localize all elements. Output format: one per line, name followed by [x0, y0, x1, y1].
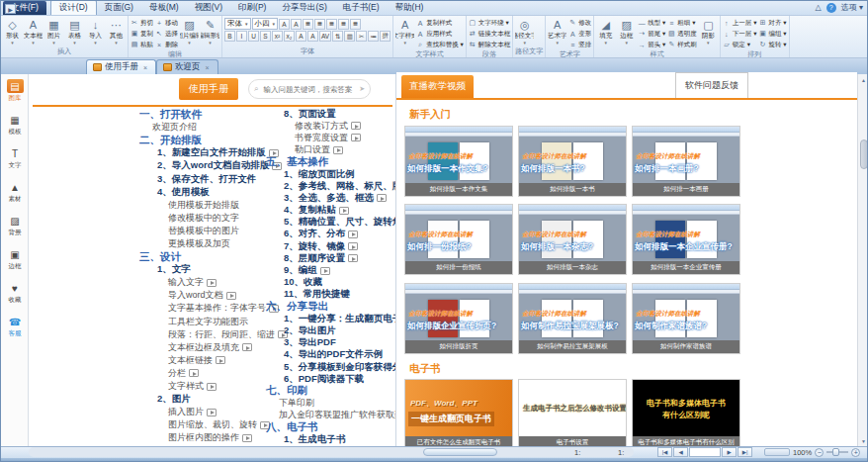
ribbon-button[interactable]: ▨边框▾ [617, 18, 636, 45]
ribbon-button[interactable]: A艺术字▾ [548, 18, 566, 45]
sidebar-item-0[interactable]: ▤图库 [1, 74, 29, 108]
toc-item[interactable]: 六、分享导出 [266, 301, 396, 313]
toc-item[interactable]: 6、对齐、分布 [266, 229, 396, 240]
scrollbar-thumb[interactable] [860, 139, 868, 169]
menu-tab-2[interactable]: 页面(G) [97, 1, 141, 15]
toc-item[interactable]: 1、生成电子书 [266, 433, 396, 445]
help-title-button[interactable]: 使用手册 [179, 78, 238, 100]
font-button[interactable]: ≔ [368, 31, 379, 42]
font-button[interactable]: B [224, 31, 235, 42]
ribbon-button[interactable]: A变形 [568, 29, 591, 39]
font-button[interactable]: A [291, 19, 302, 30]
video-card[interactable]: 金印客设计师在线讲解如何排版一本杂志?如何排版一本杂志 [518, 204, 627, 275]
video-card[interactable]: 生成电子书之后怎么修改书设置电子书设置 [518, 379, 627, 446]
doc-tab-0[interactable]: 使用手册× [86, 59, 156, 74]
sidebar-expand-button[interactable]: ▶ [5, 4, 16, 14]
page-input[interactable] [689, 447, 721, 457]
ribbon-button[interactable]: ▤粘贴 [130, 40, 153, 49]
zoom-in-button[interactable]: + [851, 448, 860, 457]
ribbon-button[interactable]: A应用样式 [416, 29, 464, 39]
toc-item[interactable]: 书脊宽度设置 [266, 132, 396, 143]
zoom-out-button[interactable]: − [815, 448, 824, 457]
ribbon-button[interactable]: +移动 [155, 18, 178, 28]
ribbon-button[interactable]: ▨透明度 [667, 29, 697, 39]
toc-item[interactable]: 下单印刷 [266, 398, 396, 410]
horizontal-scrollbar-thumb[interactable] [423, 448, 497, 456]
ribbon-button[interactable]: ↻旋转 ▾ [758, 40, 786, 49]
ribbon-button[interactable]: ▤表格▾ [65, 18, 84, 45]
toc-item[interactable]: 2、导出图片 [266, 324, 396, 336]
ribbon-button[interactable]: ✎编辑形状▾ [201, 18, 219, 45]
tab-close-icon[interactable]: × [204, 63, 212, 72]
toc-item[interactable]: 9、编组 [266, 264, 396, 276]
ribbon-button[interactable]: →箭头 ▾ [638, 40, 665, 49]
font-button[interactable]: ≣ [326, 19, 337, 30]
font-button[interactable]: I [236, 31, 247, 42]
next-page-button[interactable]: ▶ [722, 447, 737, 457]
toc-item[interactable]: 4、复制粘贴 [266, 205, 396, 217]
toc-item[interactable]: 5、精确位置、尺寸、旋转角度 [266, 217, 396, 229]
toc-item[interactable]: 8、层顺序设置 [266, 252, 396, 264]
search-box[interactable]: ⌕ ➤ [248, 79, 371, 99]
ribbon-button[interactable]: ↓下一层 ▾ [723, 29, 757, 39]
prev-page-button[interactable]: ◀ [673, 447, 688, 457]
search-input[interactable] [261, 84, 356, 95]
toc-item[interactable]: 1、一键分享：生成翻页电子书 [266, 313, 396, 324]
font-button[interactable]: ≣ [350, 19, 361, 30]
ribbon-button[interactable]: ◎路径文字▾ [515, 18, 534, 45]
fit-view-widget[interactable] [764, 448, 790, 456]
toc-item[interactable]: 五、基本操作 [266, 156, 396, 168]
video-tab[interactable]: 直播教学视频 [401, 75, 474, 98]
tab-close-icon[interactable]: × [141, 63, 149, 72]
search-submit-icon[interactable]: ➤ [359, 85, 365, 93]
font-button[interactable]: S [260, 31, 271, 42]
sidebar-item-7[interactable]: ☎客服 [1, 310, 29, 343]
menu-tab-1[interactable]: 设计(D) [50, 0, 97, 15]
ribbon-button[interactable]: A复制样式 [416, 18, 464, 28]
font-button[interactable]: AV [319, 31, 331, 42]
ribbon-button[interactable]: ⌕查找和替换 ▾ [416, 40, 464, 49]
ribbon-button[interactable]: A文字样式▾ [395, 18, 414, 45]
font-size-select[interactable]: 小四▾ [252, 18, 279, 30]
ribbon-button[interactable]: ↓导入▾ [86, 18, 105, 45]
toc-item[interactable]: 8、页面设置 [266, 108, 396, 120]
ribbon-button[interactable]: ↑上一层 ▾ [723, 18, 757, 28]
ribbon-button[interactable]: ▨图片编辑▾ [180, 18, 199, 45]
scroll-up-icon[interactable]: ▲ [858, 74, 868, 85]
font-button[interactable]: x² [272, 31, 283, 42]
video-card[interactable]: 金印客设计师在线讲解如何排版一本企业宣传册?如何排版一本企业宣传册 [632, 204, 740, 275]
menu-tab-4[interactable]: 视图(V) [187, 1, 230, 15]
video-card[interactable]: 金印客设计师在线讲解如何排版企业宣传折页?如何排版折页 [404, 283, 513, 354]
ribbon-button[interactable]: ▦图片▾ [44, 18, 63, 45]
font-button[interactable]: ✂ [356, 31, 367, 42]
ribbon-button[interactable]: —线型 ▾ [638, 18, 665, 28]
font-button[interactable]: A [279, 19, 290, 30]
ribbon-button[interactable]: ✂剪切 [130, 18, 153, 28]
ribbon-button[interactable]: ▢阴影▾ [699, 18, 718, 45]
ribbon-button[interactable]: ✎修改 [568, 18, 591, 28]
sidebar-item-4[interactable]: ▨背景 [1, 209, 29, 242]
ribbon-button[interactable]: ⊞对齐 ▾ [758, 18, 786, 28]
video-card[interactable]: 金印客设计师在线讲解如何制作家谱族谱?如何制作家谱族谱 [632, 283, 740, 354]
font-button[interactable]: ⇅ [332, 31, 343, 42]
sidebar-item-6[interactable]: ♥收藏 [1, 276, 29, 310]
font-button[interactable]: ≣ [314, 19, 325, 30]
toc-item[interactable]: 7、旋转、镜像 [266, 240, 396, 252]
video-card[interactable]: 金印客设计师在线讲解如何制作易拉宝展架展板?如何制作易拉宝展架展板 [518, 283, 627, 354]
font-family-select[interactable]: 宋体▾ [224, 18, 251, 30]
feedback-button[interactable]: 软件问题反馈 [675, 72, 748, 98]
video-card[interactable]: 金印客设计师在线讲解如何排一本画册?如何排一本画册 [632, 126, 740, 197]
help-icon[interactable]: ? [826, 3, 836, 13]
menu-tab-8[interactable]: 帮助(H) [388, 1, 432, 15]
options-menu-button[interactable]: 选项 ▾ [841, 2, 863, 13]
first-page-button[interactable]: |◀ [657, 447, 672, 457]
ribbon-button[interactable]: ✎样式刷 [667, 40, 697, 49]
font-button[interactable]: A [307, 31, 318, 42]
ribbon-button[interactable]: ▣复制 [130, 29, 153, 39]
video-card[interactable]: 金印客设计师在线讲解如何排一份报纸?如何排一份报纸 [404, 204, 513, 275]
sidebar-item-1[interactable]: ▦模板 [1, 108, 29, 141]
zoom-slider-handle[interactable] [832, 448, 839, 456]
menu-tab-3[interactable]: 母板(M) [141, 1, 187, 15]
zoom-slider[interactable] [826, 451, 848, 453]
video-card[interactable]: PDF、Word、PPT一键生成翻页电子书已有文件怎么生成翻页电子书 [404, 379, 513, 446]
